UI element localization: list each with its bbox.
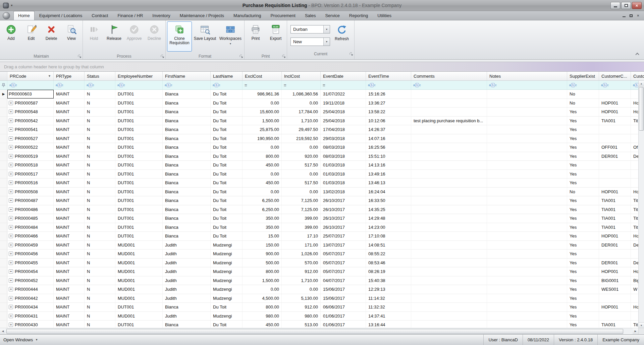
cell-supplierexist[interactable]: Yes (567, 170, 599, 179)
cell-customerc[interactable]: HOP001 (599, 108, 631, 116)
dialog-launcher-icon[interactable] (78, 55, 82, 58)
cell-prcode[interactable]: +PR0000485 (7, 214, 54, 223)
cell-eventdate[interactable]: 13/02/2018 (321, 188, 366, 196)
cell-supplierexist[interactable]: No (567, 90, 599, 98)
cell-prtype[interactable]: MAINT (54, 179, 85, 187)
cell-firstname[interactable]: Bianca (163, 99, 211, 108)
cell-employeenumber[interactable]: MUD001 (115, 294, 163, 303)
cell-employeenumber[interactable]: DUT001 (115, 143, 163, 152)
cell-customerc[interactable]: TIA001 (599, 205, 631, 214)
cell-prcode[interactable]: +PR0000466 (7, 232, 54, 240)
cell-prtype[interactable]: MAINT (54, 276, 85, 285)
grid-row[interactable]: +PR0000542MAINTNDUT001BiancaDu Toit1,500… (0, 117, 644, 126)
cell-notes[interactable] (487, 321, 567, 328)
cell-exclcost[interactable]: 4,500.00 (243, 294, 282, 303)
cell-firstname[interactable]: Bianca (163, 152, 211, 161)
cell-eventtime[interactable]: 14:35:25 (366, 205, 411, 214)
filter-cell-comments[interactable]: abc (411, 81, 487, 89)
cell-eventtime[interactable]: 15:16:26 (366, 90, 411, 98)
cell-exclcost[interactable]: 800.00 (243, 303, 282, 312)
grid-row[interactable]: +PR0000541MAINTNDUT001BiancaDu Toit25,87… (0, 125, 644, 134)
cell-notes[interactable] (487, 143, 567, 152)
cell-exclcost[interactable]: 15,600.00 (243, 108, 282, 116)
cell-firstname[interactable]: Bianca (163, 125, 211, 134)
cell-employeenumber[interactable]: DUT001 (115, 90, 163, 98)
cell-comments[interactable] (411, 90, 487, 98)
cell-firstname[interactable]: Bianca (163, 161, 211, 169)
cell-lastname[interactable]: Du Toit (211, 321, 243, 328)
scroll-down-button[interactable]: ▼ (639, 322, 644, 328)
expand-row-icon[interactable]: + (9, 287, 13, 291)
cell-prtype[interactable]: MAINT (54, 152, 85, 161)
mdi-restore-icon[interactable] (630, 14, 633, 17)
cell-customerc[interactable] (599, 170, 631, 179)
cell-comments[interactable] (411, 188, 487, 196)
cell-employeenumber[interactable]: MUD001 (115, 276, 163, 285)
cell-exclcost[interactable]: 150.00 (243, 241, 282, 250)
dialog-launcher-icon[interactable] (282, 55, 286, 58)
cell-exclcost[interactable]: 900.00 (243, 250, 282, 258)
cell-exclcost[interactable]: 0.00 (243, 143, 282, 152)
cell-comments[interactable]: test placing purchase requisition b... (411, 117, 487, 125)
cell-notes[interactable] (487, 250, 567, 258)
cell-eventtime[interactable]: 11:32:32 (366, 303, 411, 312)
cell-comments[interactable] (411, 321, 487, 328)
mdi-minimize-icon[interactable] (623, 14, 626, 17)
cell-comments[interactable] (411, 259, 487, 267)
tab-equipment-locations[interactable]: Equipment / Locations (35, 11, 87, 20)
cell-eventtime[interactable]: 15:51:10 (366, 152, 411, 161)
cell-eventtime[interactable]: 13:58:22 (366, 108, 411, 116)
cell-lastname[interactable]: Du Toit (211, 223, 243, 232)
expand-row-icon[interactable]: + (9, 145, 13, 149)
cell-notes[interactable] (487, 117, 567, 125)
expand-row-icon[interactable]: + (9, 172, 13, 176)
cell-status[interactable]: N (85, 170, 115, 179)
cell-prcode[interactable]: +PR0000518 (7, 161, 54, 169)
cell-prtype[interactable]: MAINT (54, 259, 85, 267)
cell-eventdate[interactable]: 08/03/2018 (321, 152, 366, 161)
expand-row-icon[interactable]: + (9, 269, 13, 274)
dialog-launcher-icon[interactable] (239, 55, 243, 58)
filter-cell-lastname[interactable]: abc (211, 81, 243, 89)
cell-inclcost[interactable]: 912.00 (282, 267, 321, 276)
cell-prtype[interactable]: MAINT (54, 294, 85, 303)
cell-status[interactable]: N (85, 232, 115, 240)
column-header-inclcost[interactable]: InclCost (282, 72, 321, 80)
cell-supplierexist[interactable]: Yes (567, 241, 599, 250)
cell-firstname[interactable]: Judith (163, 285, 211, 294)
cell-exclcost[interactable]: 500.00 (243, 259, 282, 267)
expand-row-icon[interactable]: + (9, 110, 13, 114)
grid-row[interactable]: +PR0000459MAINTNMUD001JudithMudzengi150.… (0, 241, 644, 250)
cell-inclcost[interactable]: 17,784.00 (282, 108, 321, 116)
cell-exclcost[interactable]: 6,250.00 (243, 205, 282, 214)
cell-exclcost[interactable]: 350.00 (243, 214, 282, 223)
cell-eventdate[interactable]: 01/03/2018 (321, 170, 366, 179)
horizontal-scroll-thumb[interactable] (6, 329, 623, 334)
column-header-eventtime[interactable]: EventTime (366, 72, 411, 80)
cell-exclcost[interactable]: 450.00 (243, 321, 282, 328)
cell-customerc[interactable]: TIA001 (599, 321, 631, 328)
maximize-button[interactable] (621, 2, 631, 9)
filter-cell-exclcost[interactable]: = (243, 81, 282, 89)
cell-employeenumber[interactable]: DUT001 (115, 117, 163, 125)
cell-status[interactable]: N (85, 267, 115, 276)
cell-exclcost[interactable]: 450.00 (243, 179, 282, 187)
cell-prcode[interactable]: +PR0000455 (7, 259, 54, 267)
expand-row-icon[interactable]: + (9, 181, 13, 185)
export-button[interactable]: XLSXExport (266, 21, 285, 52)
expand-row-icon[interactable]: + (9, 243, 13, 247)
cell-prtype[interactable]: MAINT (54, 250, 85, 258)
cell-lastname[interactable]: Du Toit (211, 205, 243, 214)
cell-eventdate[interactable]: 26/10/2017 (321, 205, 366, 214)
cell-eventdate[interactable]: 01/06/2017 (321, 321, 366, 328)
cell-eventdate[interactable]: 13/07/2017 (321, 241, 366, 250)
cell-prtype[interactable]: MAINT (54, 223, 85, 232)
cell-exclcost[interactable]: 980.00 (243, 312, 282, 321)
cell-notes[interactable] (487, 134, 567, 143)
cell-customerc[interactable]: DER001 (599, 152, 631, 161)
cell-notes[interactable] (487, 312, 567, 321)
cell-inclcost[interactable]: 29,497.50 (282, 125, 321, 134)
grid-row[interactable]: +PR0000516MAINTNDUT001BiancaDu Toit450.0… (0, 179, 644, 188)
grid-row[interactable]: +PR0000484MAINTNDUT001BiancaDu Toit350.0… (0, 223, 644, 232)
scroll-left-button[interactable]: ◀ (0, 328, 6, 334)
